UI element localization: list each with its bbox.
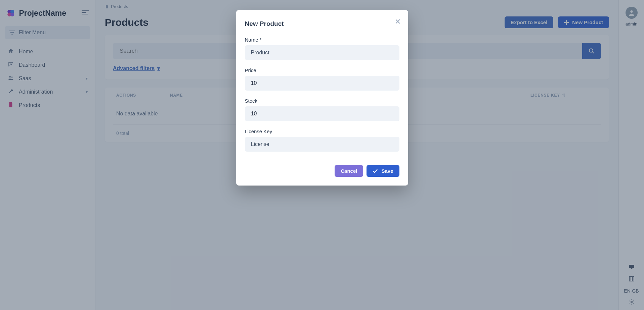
- price-field[interactable]: [245, 76, 399, 91]
- save-button[interactable]: Save: [367, 165, 399, 177]
- close-icon[interactable]: ✕: [395, 17, 401, 26]
- button-label: Save: [381, 168, 393, 174]
- modal-overlay[interactable]: New Product ✕ Name * Price Stock License…: [0, 0, 644, 310]
- cancel-button[interactable]: Cancel: [335, 165, 363, 177]
- modal-title: New Product: [245, 20, 399, 28]
- name-field[interactable]: [245, 45, 399, 60]
- stock-field[interactable]: [245, 106, 399, 121]
- name-label: Name *: [245, 37, 399, 43]
- price-label: Price: [245, 67, 399, 73]
- button-label: Cancel: [341, 168, 357, 174]
- license-field[interactable]: [245, 137, 399, 152]
- license-label: License Key: [245, 128, 399, 134]
- check-icon: [373, 169, 378, 173]
- stock-label: Stock: [245, 98, 399, 104]
- new-product-modal: New Product ✕ Name * Price Stock License…: [236, 10, 408, 186]
